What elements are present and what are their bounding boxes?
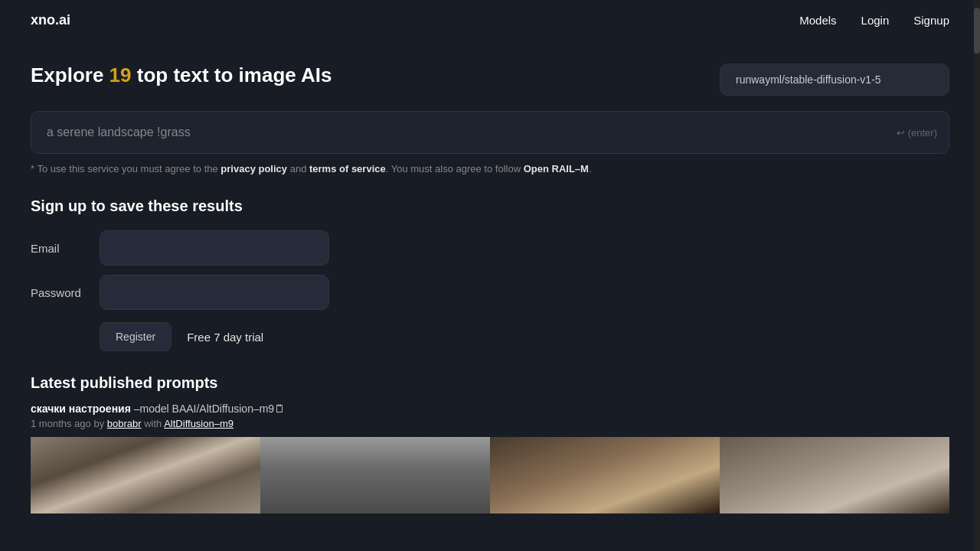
privacy-link[interactable]: privacy policy [220,163,287,174]
image-cat [260,437,490,514]
prompt-sub: 1 months ago by bobrabr with AltDiffusio… [31,418,949,429]
email-input[interactable] [100,230,329,266]
nav-login[interactable]: Login [861,14,890,27]
enter-hint: ↩ (enter) [897,127,937,139]
latest-title: Latest published prompts [31,374,949,392]
latest-section: Latest published prompts скачки настроен… [31,374,949,514]
nav-models[interactable]: Models [799,14,836,27]
image-hair1 [490,437,720,514]
email-label: Email [31,242,100,255]
nav-links: Models Login Signup [799,14,949,27]
model-link[interactable]: AltDiffusion–m9 [164,418,234,429]
prompt-container: ↩ (enter) [31,111,949,154]
signup-title: Sign up to save these results [31,197,949,215]
scrollbar[interactable] [974,0,980,551]
tos-link[interactable]: terms of service [309,163,386,174]
logo[interactable]: xno.ai [31,12,70,28]
register-button[interactable]: Register [100,322,172,351]
image-grid [31,437,949,514]
main-content: Explore 19 top text to image AIs runwaym… [0,41,980,514]
grid-image-2[interactable] [490,437,720,514]
author-link[interactable]: bobrabr [107,418,142,429]
image-horse [31,437,260,514]
email-group: Email [31,230,949,266]
buttons-row: Register Free 7 day trial [100,322,949,351]
prompt-text: скачки настроения –model BAAI/AltDiffusi… [31,403,949,415]
explore-title: Explore 19 top text to image AIs [31,64,332,87]
password-input[interactable] [100,275,329,310]
header-row: Explore 19 top text to image AIs runwaym… [31,64,949,96]
grid-image-1[interactable] [260,437,490,514]
policy-note: * To use this service you must agree to … [31,163,949,174]
navbar: xno.ai Models Login Signup [0,0,980,41]
image-hair2 [720,437,949,514]
password-label: Password [31,286,100,299]
model-selector[interactable]: runwayml/stable-diffusion-v1-5 [720,64,949,96]
grid-image-3[interactable] [720,437,949,514]
prompt-input[interactable] [31,111,949,154]
grid-image-0[interactable] [31,437,260,514]
scrollbar-thumb[interactable] [974,8,980,54]
password-group: Password [31,275,949,310]
prompt-meta: скачки настроения –model BAAI/AltDiffusi… [31,403,949,429]
signup-section: Sign up to save these results Email Pass… [31,197,949,351]
nav-signup[interactable]: Signup [913,14,949,27]
free-trial-text: Free 7 day trial [187,331,263,344]
